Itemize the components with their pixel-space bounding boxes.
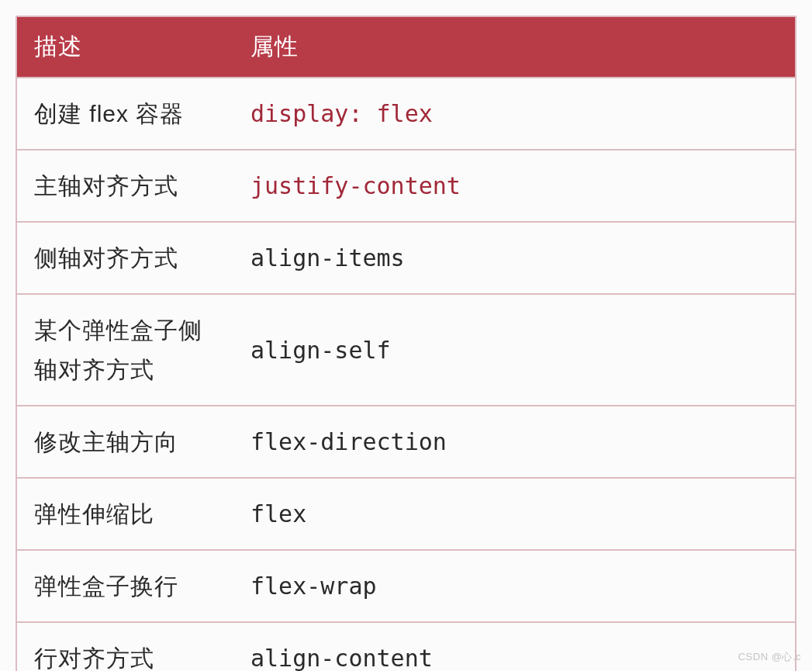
cell-prop: align-self — [233, 294, 796, 406]
cell-prop: align-items — [233, 222, 796, 294]
header-desc: 描述 — [16, 16, 233, 78]
header-prop: 属性 — [233, 16, 796, 78]
cell-prop: flex-wrap — [233, 550, 796, 622]
table-row: 弹性伸缩比 flex — [16, 478, 796, 550]
table-row: 弹性盒子换行 flex-wrap — [16, 550, 796, 622]
table-row: 主轴对齐方式 justify-content — [16, 150, 796, 222]
cell-desc: 弹性盒子换行 — [16, 550, 233, 622]
flex-properties-table: 描述 属性 创建 flex 容器 display: flex 主轴对齐方式 ju… — [16, 16, 796, 671]
table-row: 侧轴对齐方式 align-items — [16, 222, 796, 294]
cell-desc: 创建 flex 容器 — [16, 78, 233, 150]
table-body: 创建 flex 容器 display: flex 主轴对齐方式 justify-… — [16, 78, 796, 671]
flex-properties-table-wrapper: 描述 属性 创建 flex 容器 display: flex 主轴对齐方式 ju… — [16, 16, 796, 671]
cell-desc: 侧轴对齐方式 — [16, 222, 233, 294]
cell-prop: align-content — [233, 622, 796, 671]
table-row: 某个弹性盒子侧轴对齐方式 align-self — [16, 294, 796, 406]
table-row: 修改主轴方向 flex-direction — [16, 406, 796, 478]
cell-desc: 行对齐方式 — [16, 622, 233, 671]
cell-desc: 弹性伸缩比 — [16, 478, 233, 550]
cell-prop: flex-direction — [233, 406, 796, 478]
cell-prop: display: flex — [233, 78, 796, 150]
cell-prop: justify-content — [233, 150, 796, 222]
table-header: 描述 属性 — [16, 16, 796, 78]
table-row: 行对齐方式 align-content — [16, 622, 796, 671]
cell-desc: 某个弹性盒子侧轴对齐方式 — [16, 294, 233, 406]
table-row: 创建 flex 容器 display: flex — [16, 78, 796, 150]
cell-prop: flex — [233, 478, 796, 550]
watermark: CSDN @心.c — [738, 650, 801, 664]
cell-desc: 主轴对齐方式 — [16, 150, 233, 222]
cell-desc: 修改主轴方向 — [16, 406, 233, 478]
